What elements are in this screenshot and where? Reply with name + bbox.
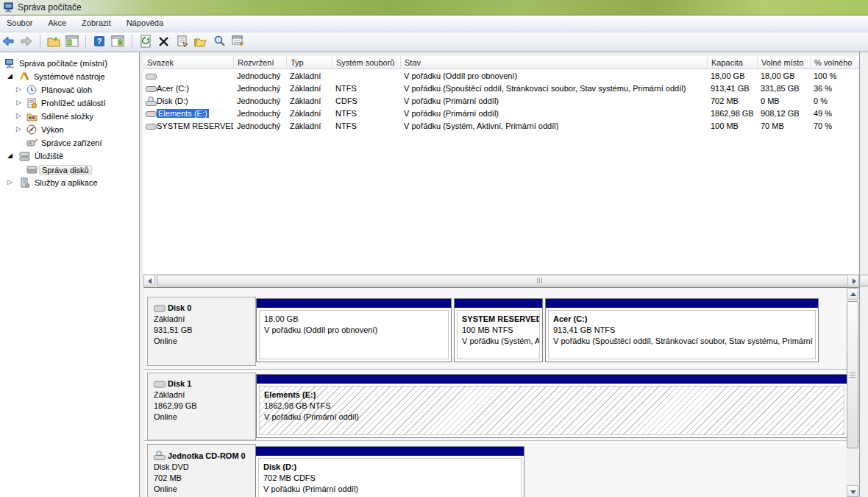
- back-icon[interactable]: [1, 34, 15, 49]
- delete-icon[interactable]: [157, 34, 171, 49]
- panel-divider: [859, 52, 860, 497]
- cell-capacity: 702 MB: [711, 95, 758, 107]
- column-header-kapacita[interactable]: Kapacita: [708, 56, 758, 69]
- drive-icon: [146, 110, 157, 118]
- cell-name: Disk (D:): [157, 95, 233, 107]
- help-icon[interactable]: ?: [92, 34, 107, 49]
- search-icon[interactable]: [212, 34, 227, 49]
- cd-drive-icon: [146, 96, 157, 105]
- cell-name: SYSTEM RESERVED: [157, 120, 233, 133]
- scroll-up-button[interactable]: [847, 288, 858, 300]
- cell-fs: NTFS: [335, 82, 401, 95]
- tools-icon: [19, 71, 29, 81]
- partition-color-bar: [455, 299, 542, 308]
- cell-layout: Jednoduchý: [237, 70, 287, 82]
- column-header-volne-misto[interactable]: Volné místo: [758, 56, 811, 69]
- cell-status: V pořádku (Oddíl pro obnovení): [404, 70, 708, 82]
- partition-title: Acer (C:): [553, 314, 587, 323]
- cell-pct: 100 %: [814, 70, 858, 82]
- export-list-icon[interactable]: [230, 34, 245, 49]
- action-pane-icon[interactable]: [110, 34, 125, 49]
- refresh-icon[interactable]: [138, 34, 153, 49]
- expander-collapsed-icon[interactable]: ▷: [16, 85, 21, 93]
- cell-fs: NTFS: [335, 120, 401, 133]
- disk0-label-box[interactable]: Disk 0 Základní 931,51 GB Online: [147, 297, 256, 366]
- expander-collapsed-icon[interactable]: ▷: [16, 125, 21, 133]
- partition-disk-d[interactable]: Disk (D:) 702 MB CDFS V pořádku (Primárn…: [255, 446, 524, 497]
- cell-layout: Jednoduchý: [237, 95, 287, 107]
- scroll-left-button[interactable]: [143, 275, 155, 286]
- expander-collapsed-icon[interactable]: ▷: [16, 112, 21, 119]
- cell-layout: Jednoduchý: [237, 120, 287, 133]
- menu-file[interactable]: Soubor: [0, 15, 39, 27]
- expander-collapsed-icon[interactable]: ▷: [16, 99, 21, 106]
- horizontal-scroll-thumb[interactable]: [157, 275, 868, 286]
- tree-label-selected: Správa disků: [39, 165, 92, 175]
- tree-label: Úložiště: [35, 152, 63, 161]
- cell-layout: Jednoduchý: [237, 82, 287, 95]
- cell-free: 908,12 GB: [761, 107, 811, 120]
- disk-status: Online: [154, 484, 255, 494]
- expander-expanded-icon[interactable]: ◢: [7, 72, 13, 80]
- cell-fs: [335, 70, 401, 82]
- scroll-right-button[interactable]: [847, 275, 859, 286]
- cell-capacity: 100 MB: [711, 120, 758, 133]
- horizontal-scrollbar[interactable]: [143, 274, 859, 286]
- scroll-down-button[interactable]: [847, 485, 858, 497]
- partition-title: Elements (E:): [264, 390, 316, 399]
- partition-size: 100 MB NTFS: [462, 325, 539, 336]
- tree-label: Služby a aplikace: [35, 178, 98, 187]
- svg-text:?: ?: [97, 37, 102, 46]
- menu-view[interactable]: Zobrazit: [75, 15, 118, 27]
- menu-action[interactable]: Akce: [42, 15, 73, 27]
- cell-capacity: 913,41 GB: [711, 82, 758, 95]
- partition-acer-c[interactable]: Acer (C:) 913,41 GB NTFS V pořádku (Spou…: [545, 298, 819, 362]
- cd-drive-icon: [154, 451, 166, 460]
- cell-type: Základní: [290, 82, 332, 95]
- column-header-system-souboru[interactable]: Systém souborů: [332, 56, 401, 69]
- console-window-icon[interactable]: [65, 34, 79, 49]
- partition-color-bar: [256, 447, 524, 456]
- toolbar-separator: [132, 35, 132, 48]
- window-title: Správa počítače: [18, 2, 82, 13]
- partition-status: V pořádku (Systém, Aktivní, Primární odd…: [462, 336, 539, 347]
- cell-pct: 70 %: [814, 120, 858, 133]
- cell-name: Acer (C:): [157, 82, 233, 95]
- show-console-tree-icon[interactable]: [46, 34, 61, 49]
- vertical-scrollbar[interactable]: [847, 288, 858, 497]
- partition-status: V pořádku (Primární oddíl): [264, 412, 844, 423]
- open-icon[interactable]: [193, 34, 208, 49]
- cdrom0-label-box[interactable]: Jednotka CD-ROM 0 Disk DVD 702 MB Online: [147, 444, 256, 497]
- disk1-label-box[interactable]: Disk 1 Základní 1862,99 GB Online: [147, 373, 256, 440]
- cell-layout: Jednoduchý: [237, 107, 287, 120]
- cell-free: 0 MB: [761, 95, 811, 107]
- vertical-scroll-thumb[interactable]: [847, 301, 858, 448]
- cell-free: 18,00 GB: [761, 70, 811, 82]
- column-header-typ[interactable]: Typ: [287, 56, 332, 69]
- forward-icon[interactable]: [19, 34, 34, 49]
- toolbar-separator: [40, 35, 40, 48]
- partition-elements-e-selected[interactable]: Elements (E:) 1862,98 GB NTFS V pořádku …: [256, 374, 847, 438]
- column-header-stav[interactable]: Stav: [401, 56, 708, 69]
- column-header-svazek[interactable]: Svazek: [143, 56, 234, 69]
- column-header-pct-volneho[interactable]: % volného: [811, 56, 859, 69]
- expander-expanded-icon[interactable]: ◢: [7, 152, 13, 159]
- shared-folders-icon: [26, 111, 37, 121]
- menu-help[interactable]: Nápověda: [120, 15, 170, 27]
- expander-collapsed-icon[interactable]: ▷: [7, 178, 13, 186]
- cell-pct: 0 %: [814, 95, 858, 107]
- tree-label: Výkon: [41, 125, 64, 134]
- event-viewer-icon: [26, 98, 37, 107]
- tree-label: Prohlížeč událostí: [41, 99, 105, 107]
- column-header-rozvrzeni[interactable]: Rozvržení: [234, 56, 287, 69]
- properties-icon[interactable]: [175, 34, 190, 49]
- cell-type: Základní: [290, 120, 332, 133]
- partition-recovery[interactable]: 18,00 GB V pořádku (Oddíl pro obnovení): [256, 298, 452, 362]
- cell-status: V pořádku (Systém, Aktivní, Primární odd…: [404, 120, 708, 133]
- cell-status: V pořádku (Primární oddíl): [404, 95, 708, 107]
- clock-icon: [26, 85, 37, 94]
- computer-icon: [4, 58, 15, 68]
- cell-fs: NTFS: [335, 107, 401, 120]
- disk-name: Disk 0: [168, 303, 191, 312]
- partition-system-reserved[interactable]: SYSTEM RESERVED 100 MB NTFS V pořádku (S…: [454, 298, 543, 362]
